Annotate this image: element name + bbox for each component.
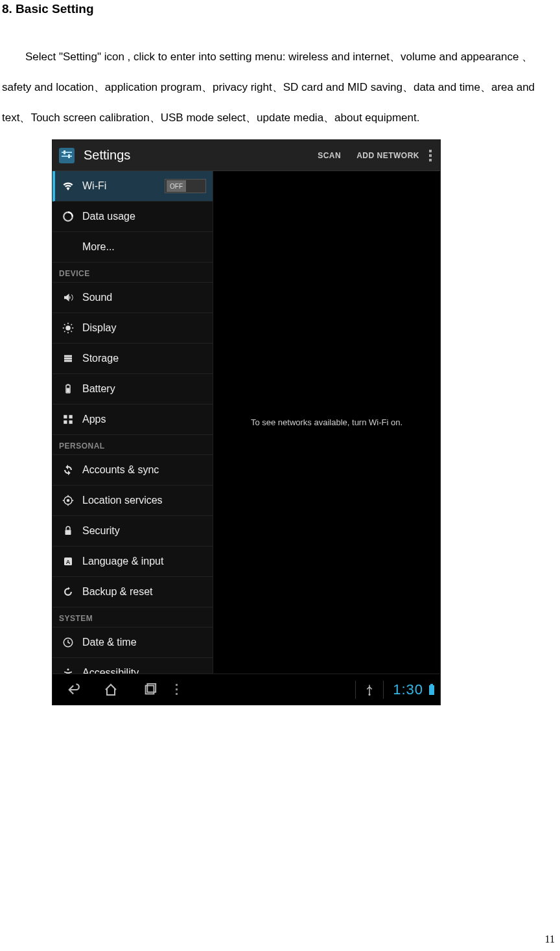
settings-app-icon — [52, 141, 81, 170]
svg-line-11 — [64, 324, 65, 325]
svg-point-41 — [369, 694, 371, 696]
status-clock[interactable]: 1:30 — [388, 681, 428, 698]
sidebar-item-label: Battery — [82, 383, 115, 395]
svg-rect-31 — [65, 530, 71, 535]
sidebar-item-label: Date & time — [82, 637, 137, 648]
sound-icon — [58, 292, 78, 303]
navigation-bar: 1:30 — [52, 674, 440, 705]
sidebar-item-backup[interactable]: Backup & reset — [52, 577, 213, 607]
section-heading: 8. Basic Setting — [2, 2, 560, 16]
sidebar-item-datetime[interactable]: Date & time — [52, 628, 213, 658]
svg-rect-43 — [430, 684, 433, 685]
svg-rect-22 — [69, 416, 73, 419]
language-icon: A — [58, 556, 78, 567]
svg-rect-17 — [64, 360, 72, 362]
action-bar: Settings SCAN ADD NETWORK — [52, 140, 440, 171]
svg-rect-4 — [68, 154, 70, 158]
accessibility-icon — [58, 667, 78, 674]
battery-status-icon — [428, 684, 435, 696]
sidebar-item-label: Accessibility — [82, 667, 139, 674]
sidebar-item-sound[interactable]: Sound — [52, 283, 213, 313]
status-icons[interactable] — [428, 684, 440, 696]
sidebar-item-label: Location services — [82, 495, 163, 506]
display-icon — [58, 322, 78, 334]
svg-rect-1 — [62, 152, 72, 153]
nav-menu-icon[interactable] — [169, 684, 184, 695]
svg-rect-20 — [67, 388, 70, 393]
wifi-toggle-state: OFF — [167, 180, 186, 192]
recent-apps-button[interactable] — [130, 683, 169, 697]
sidebar-item-security[interactable]: Security — [52, 516, 213, 546]
sidebar-item-label: Apps — [82, 414, 106, 425]
sync-icon — [58, 464, 78, 476]
svg-line-12 — [71, 331, 73, 333]
sidebar-item-label: Display — [82, 322, 116, 334]
battery-icon — [58, 383, 78, 395]
svg-rect-23 — [64, 421, 67, 424]
body-paragraph: Select "Setting" icon , click to enter i… — [2, 42, 558, 133]
sidebar-item-label: Language & input — [82, 556, 163, 567]
section-header-system: SYSTEM — [52, 607, 213, 628]
sidebar-item-label: Wi-Fi — [82, 180, 106, 192]
sidebar-item-location[interactable]: Location services — [52, 486, 213, 516]
overflow-menu-icon[interactable] — [427, 150, 440, 161]
home-button[interactable] — [91, 682, 130, 698]
sidebar-item-label: Storage — [82, 353, 119, 364]
svg-rect-15 — [64, 355, 72, 357]
wifi-off-message: To see networks available, turn Wi-Fi on… — [251, 417, 402, 427]
page-number: 11 — [545, 933, 555, 945]
svg-rect-16 — [64, 358, 72, 360]
sidebar-item-accounts[interactable]: Accounts & sync — [52, 455, 213, 486]
settings-sidebar: Wi-Fi OFF Data usage More... DEVICE — [52, 171, 213, 674]
svg-rect-42 — [429, 685, 434, 695]
svg-point-26 — [67, 499, 70, 502]
svg-point-6 — [65, 326, 71, 331]
svg-rect-2 — [62, 156, 72, 157]
back-button[interactable] — [52, 681, 91, 698]
sidebar-item-label: Accounts & sync — [82, 464, 159, 476]
sidebar-item-storage[interactable]: Storage — [52, 344, 213, 374]
usb-notification-icon[interactable] — [360, 684, 379, 696]
action-bar-title: Settings — [84, 148, 130, 163]
sidebar-item-data-usage[interactable]: Data usage — [52, 202, 213, 232]
svg-rect-3 — [64, 150, 65, 154]
sidebar-item-apps[interactable]: Apps — [52, 405, 213, 435]
nav-separator — [355, 681, 356, 699]
wifi-icon — [58, 180, 78, 193]
lock-icon — [58, 525, 78, 537]
sidebar-item-label: Security — [82, 525, 120, 537]
body-paragraph-text: Select "Setting" icon , click to enter i… — [2, 51, 535, 124]
svg-point-35 — [67, 669, 69, 671]
wifi-toggle[interactable]: OFF — [165, 179, 206, 193]
sidebar-item-label: More... — [82, 241, 115, 253]
sidebar-item-language[interactable]: A Language & input — [52, 546, 213, 577]
svg-line-13 — [64, 331, 65, 333]
settings-screenshot: Settings SCAN ADD NETWORK Wi-Fi OFF — [52, 139, 441, 705]
svg-rect-24 — [69, 421, 73, 424]
svg-rect-21 — [64, 416, 67, 419]
sidebar-item-label: Sound — [82, 292, 112, 303]
sidebar-item-wifi[interactable]: Wi-Fi OFF — [52, 171, 213, 202]
sidebar-item-more[interactable]: More... — [52, 232, 213, 263]
sidebar-item-display[interactable]: Display — [52, 313, 213, 344]
section-header-personal: PERSONAL — [52, 435, 213, 455]
svg-rect-19 — [67, 384, 69, 386]
sidebar-item-battery[interactable]: Battery — [52, 374, 213, 405]
storage-icon — [58, 353, 78, 364]
svg-text:A: A — [66, 559, 71, 565]
apps-icon — [58, 414, 78, 425]
data-usage-icon — [58, 211, 78, 222]
scan-button[interactable]: SCAN — [310, 151, 349, 160]
sidebar-item-accessibility[interactable]: Accessibility — [52, 658, 213, 674]
add-network-button[interactable]: ADD NETWORK — [349, 151, 427, 160]
location-icon — [58, 495, 78, 506]
clock-icon — [58, 637, 78, 648]
detail-pane: To see networks available, turn Wi-Fi on… — [213, 171, 440, 674]
nav-separator — [383, 681, 384, 699]
section-header-device: DEVICE — [52, 263, 213, 283]
sidebar-item-label: Data usage — [82, 211, 135, 222]
backup-icon — [58, 586, 78, 598]
sidebar-item-label: Backup & reset — [82, 586, 153, 598]
svg-line-14 — [71, 324, 73, 325]
